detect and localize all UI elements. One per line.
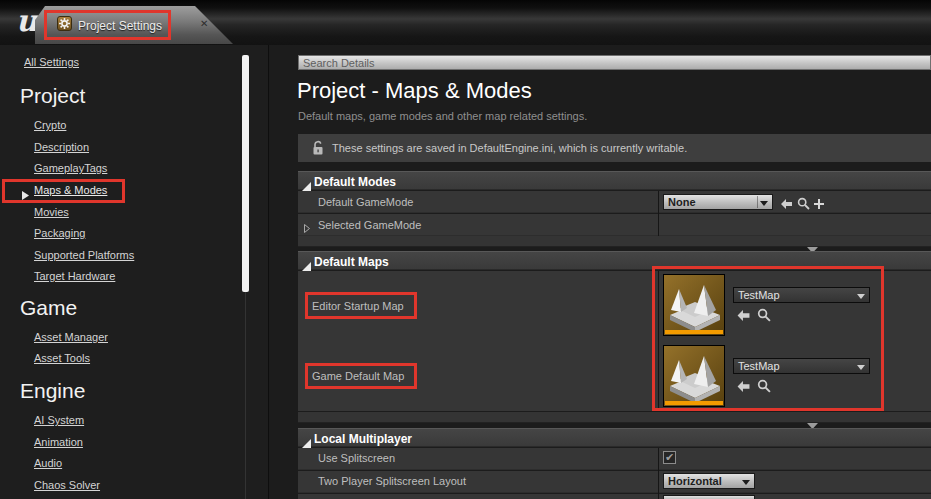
advanced-expander-default-maps[interactable]: [298, 412, 931, 423]
config-notice-text: These settings are saved in DefaultEngin…: [332, 142, 687, 154]
sidebar-item-asset-manager[interactable]: Asset Manager: [34, 331, 108, 343]
default-gamemode-label: Default GameMode: [318, 196, 413, 208]
browse-magnifier-icon[interactable]: [757, 308, 771, 326]
sidebar-item-chaos-solver[interactable]: Chaos Solver: [34, 479, 100, 491]
row-partial: [298, 494, 931, 499]
section-title: Local Multiplayer: [314, 432, 412, 446]
tab-close-icon[interactable]: ✕: [200, 18, 208, 29]
chevron-down-icon: [742, 480, 750, 485]
sidebar-scrollbar[interactable]: [242, 55, 249, 292]
selected-gamemode-label: Selected GameMode: [318, 219, 421, 231]
sidebar-item-target-hardware[interactable]: Target Hardware: [34, 270, 115, 282]
sidebar-item-packaging[interactable]: Packaging: [34, 227, 85, 239]
expand-arrow-icon[interactable]: [304, 219, 310, 237]
two-player-splitscreen-dropdown[interactable]: Horizontal: [663, 473, 755, 489]
sidebar-section-game: Game: [20, 296, 77, 320]
game-default-map-label: Game Default Map: [312, 370, 404, 382]
sidebar-item-supported-platforms[interactable]: Supported Platforms: [34, 249, 134, 261]
editor-startup-map-dropdown[interactable]: TestMap: [733, 287, 870, 303]
column-divider: [658, 448, 659, 499]
unlocked-padlock-icon: [311, 140, 325, 160]
sidebar-section-engine: Engine: [20, 379, 85, 403]
sidebar-item-movies[interactable]: Movies: [34, 206, 69, 218]
check-icon: ✔: [665, 451, 674, 464]
sidebar-item-audio[interactable]: Audio: [34, 457, 62, 469]
column-divider: [658, 271, 659, 411]
chevron-down-icon: [857, 365, 865, 370]
default-gamemode-value: None: [668, 196, 696, 208]
search-details-input[interactable]: [298, 55, 931, 70]
section-header-default-maps[interactable]: Default Maps: [298, 251, 931, 270]
chevron-down-icon: [857, 294, 865, 299]
two-player-splitscreen-label: Two Player Splitscreen Layout: [318, 475, 466, 487]
section-title: Default Modes: [314, 175, 396, 189]
editor-startup-map-thumbnail[interactable]: [663, 274, 725, 336]
section-title: Default Maps: [314, 255, 389, 269]
sidebar-scrollbar-track: [245, 292, 246, 499]
chevron-down-icon: [760, 201, 768, 206]
sidebar-section-project: Project: [20, 84, 85, 108]
sidebar-item-asset-tools[interactable]: Asset Tools: [34, 352, 90, 364]
selected-item-arrow-icon: [22, 186, 29, 204]
page-title: Project - Maps & Modes: [297, 78, 532, 104]
default-gamemode-dropdown[interactable]: None: [663, 194, 773, 210]
use-selected-asset-arrow-icon[interactable]: [736, 308, 751, 326]
use-selected-asset-arrow-icon[interactable]: [736, 379, 751, 397]
sidebar-item-description[interactable]: Description: [34, 141, 89, 153]
project-settings-gear-icon: [57, 16, 72, 31]
use-selected-asset-arrow-icon[interactable]: [780, 196, 793, 214]
sidebar-all-settings-link[interactable]: All Settings: [24, 56, 79, 68]
game-default-map-dropdown[interactable]: TestMap: [733, 358, 870, 374]
column-divider: [658, 191, 659, 236]
advanced-expander-default-modes[interactable]: [298, 236, 931, 247]
partial-dropdown[interactable]: [663, 495, 755, 499]
dropdown-separator: [757, 196, 758, 208]
editor-startup-map-value: TestMap: [738, 289, 780, 301]
sidebar-item-crypto[interactable]: Crypto: [34, 119, 66, 131]
browse-magnifier-icon[interactable]: [757, 379, 771, 397]
page-subtitle: Default maps, game modes and other map r…: [298, 110, 587, 122]
section-header-local-multiplayer[interactable]: Local Multiplayer: [298, 428, 931, 447]
sidebar-item-gameplaytags[interactable]: GameplayTags: [34, 162, 107, 174]
two-player-splitscreen-value: Horizontal: [668, 475, 722, 487]
section-header-default-modes[interactable]: Default Modes: [298, 171, 931, 190]
editor-startup-map-label: Editor Startup Map: [312, 300, 404, 312]
browse-magnifier-icon[interactable]: [797, 196, 810, 214]
game-default-map-thumbnail[interactable]: [663, 345, 725, 407]
sidebar-item-maps-and-modes[interactable]: Maps & Modes: [34, 184, 107, 196]
game-default-map-value: TestMap: [738, 360, 780, 372]
add-new-plus-icon[interactable]: [813, 196, 825, 214]
use-splitscreen-checkbox[interactable]: ✔: [663, 451, 676, 464]
sidebar-item-ai-system[interactable]: AI System: [34, 414, 84, 426]
sidebar-item-animation[interactable]: Animation: [34, 436, 83, 448]
use-splitscreen-label: Use Splitscreen: [318, 452, 395, 464]
project-settings-window: u Project Settings ✕ All Settings Projec…: [0, 0, 931, 499]
tab-label: Project Settings: [78, 19, 162, 33]
